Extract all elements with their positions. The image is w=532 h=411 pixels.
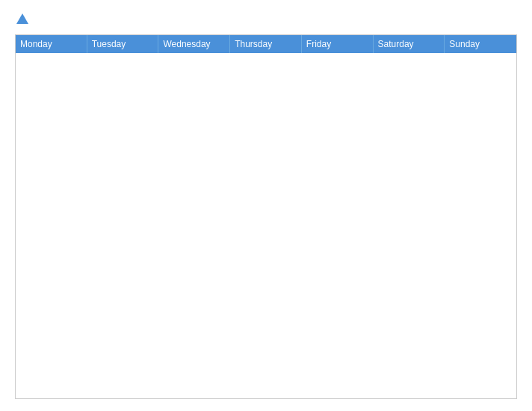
day-headers: MondayTuesdayWednesdayThursdayFridaySatu… [16, 35, 516, 53]
day-header-wednesday: Wednesday [158, 35, 230, 53]
day-header-friday: Friday [302, 35, 374, 53]
logo [15, 12, 29, 25]
calendar-grid: MondayTuesdayWednesdayThursdayFridaySatu… [15, 34, 517, 399]
day-header-thursday: Thursday [230, 35, 302, 53]
day-header-tuesday: Tuesday [87, 35, 159, 53]
weeks-container [16, 53, 516, 398]
day-header-sunday: Sunday [445, 35, 516, 53]
day-header-saturday: Saturday [374, 35, 445, 53]
logo-triangle-icon [16, 12, 29, 25]
header [15, 12, 517, 25]
calendar-page: MondayTuesdayWednesdayThursdayFridaySatu… [0, 0, 532, 411]
day-header-monday: Monday [16, 35, 87, 53]
svg-marker-0 [16, 13, 28, 24]
